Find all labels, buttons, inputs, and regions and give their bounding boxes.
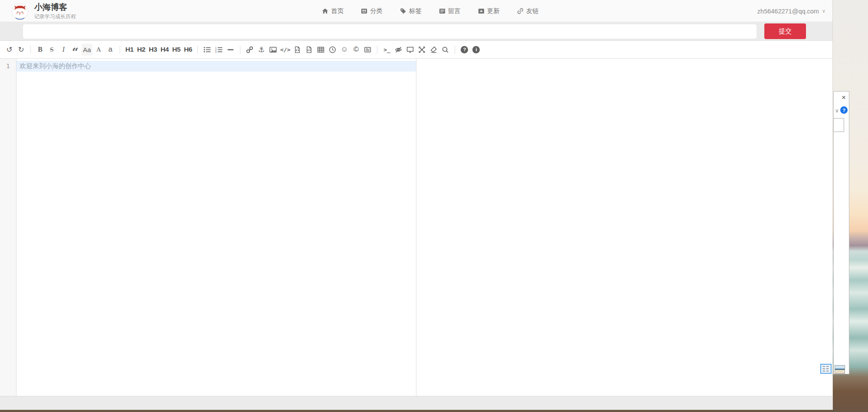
- nav-label: 留言: [448, 7, 461, 15]
- message-icon: [439, 8, 445, 14]
- editor-placeholder-text: 欢迎来到小海的创作中心: [20, 62, 91, 70]
- link-button[interactable]: [244, 44, 255, 56]
- line-number-gutter: 1: [0, 59, 16, 396]
- svg-text:3: 3: [215, 51, 216, 53]
- redo-button[interactable]: ↻: [16, 44, 26, 56]
- list-view-icon[interactable]: [820, 364, 832, 374]
- search-button[interactable]: [440, 44, 451, 56]
- account-email: zh56462271@qq.com: [757, 8, 819, 15]
- main-nav: 首页 分类 标签 留言 更新 友链: [322, 0, 539, 22]
- table-button[interactable]: [315, 44, 326, 56]
- datetime-button[interactable]: [327, 44, 338, 56]
- preformatted-text-button[interactable]: [292, 44, 303, 56]
- nav-item-friend-links[interactable]: 友链: [517, 7, 539, 15]
- code-block-button[interactable]: [304, 44, 314, 56]
- strikethrough-button[interactable]: S: [46, 44, 57, 56]
- clear-button[interactable]: [428, 44, 439, 56]
- h1-button[interactable]: H1: [124, 44, 135, 56]
- editor-toolbar: ↺ ↻ B S I “ Aa A a H1 H2 H3 H4 H5 H6 123…: [0, 41, 832, 59]
- link-icon: [246, 46, 253, 53]
- italic-button[interactable]: I: [58, 44, 69, 56]
- image-thumbnail-icon[interactable]: [835, 365, 845, 374]
- category-icon: [361, 8, 367, 14]
- uppercase-button[interactable]: A: [93, 44, 104, 56]
- watch-toggle-button[interactable]: [393, 44, 404, 56]
- editor-body: 1 欢迎来到小海的创作中心: [0, 59, 832, 396]
- codemirror-pane: 1 欢迎来到小海的创作中心: [0, 59, 416, 396]
- nav-item-messages[interactable]: 留言: [439, 7, 461, 15]
- emoji-button[interactable]: ☺: [339, 44, 350, 56]
- html-entities-button[interactable]: ©: [350, 44, 361, 56]
- nav-item-home[interactable]: 首页: [322, 7, 344, 15]
- toolbar-divider: [30, 46, 31, 54]
- table-icon: [317, 46, 324, 53]
- lowercase-button[interactable]: a: [105, 44, 116, 56]
- h3-button[interactable]: H3: [147, 44, 158, 56]
- line-number: 1: [0, 61, 16, 72]
- account-dropdown[interactable]: zh56462271@qq.com ∨: [757, 0, 825, 22]
- editor-preview-pane: [416, 59, 832, 396]
- help-button[interactable]: ?: [459, 44, 470, 56]
- popup-input[interactable]: [833, 118, 844, 132]
- brand: 小海博客 记录学习成长历程: [12, 3, 76, 20]
- h2-button[interactable]: H2: [136, 44, 147, 56]
- site-header: 小海博客 记录学习成长历程 首页 分类 标签 留言: [0, 0, 832, 22]
- toolbar-divider: [377, 46, 377, 54]
- nav-item-updates[interactable]: 更新: [478, 7, 500, 15]
- nav-label: 友链: [526, 7, 539, 15]
- horizontal-rule-button[interactable]: [225, 44, 236, 56]
- image-icon: [269, 46, 277, 53]
- preview-html-button[interactable]: [405, 44, 416, 56]
- nav-item-tags[interactable]: 标签: [400, 7, 422, 15]
- list-ol-icon: 123: [215, 46, 223, 53]
- cartoon-avatar-icon: [12, 4, 28, 20]
- list-ul-button[interactable]: [202, 44, 213, 56]
- site-title: 小海博客: [34, 3, 76, 12]
- info-button[interactable]: i: [471, 44, 481, 56]
- ucwords-button[interactable]: Aa: [82, 44, 92, 56]
- fullscreen-arrows-icon: [418, 46, 426, 53]
- undo-button[interactable]: ↺: [4, 44, 15, 56]
- submit-button[interactable]: 提交: [764, 23, 806, 39]
- toolbar-divider: [120, 46, 120, 54]
- home-icon: [322, 8, 328, 14]
- eye-slash-icon: [395, 46, 402, 53]
- chevron-down-icon: ∨: [822, 8, 825, 14]
- pagebreak-icon: [364, 46, 371, 53]
- list-ol-button[interactable]: 123: [213, 44, 224, 56]
- post-title-input[interactable]: [23, 24, 757, 39]
- toolbar-divider: [197, 46, 198, 54]
- h5-button[interactable]: H5: [171, 44, 182, 56]
- chevron-down-icon[interactable]: ∨: [835, 108, 839, 114]
- fullscreen-button[interactable]: [416, 44, 427, 56]
- page-content: 小海博客 记录学习成长历程 首页 分类 标签 留言: [0, 0, 833, 410]
- inline-code-button[interactable]: </>: [279, 44, 291, 56]
- brand-text: 小海博客 记录学习成长历程: [34, 3, 76, 20]
- help-badge-icon[interactable]: ?: [840, 106, 848, 114]
- image-button[interactable]: [268, 44, 278, 56]
- help-icon: ?: [461, 46, 468, 53]
- monitor-icon: [406, 46, 414, 53]
- nav-label: 更新: [487, 7, 500, 15]
- editor-code-area[interactable]: 欢迎来到小海的创作中心: [16, 59, 416, 396]
- compose-bar: 提交: [0, 22, 832, 40]
- friend-link-icon: [517, 8, 524, 14]
- bold-button[interactable]: B: [35, 44, 46, 56]
- nav-item-category[interactable]: 分类: [361, 7, 383, 15]
- search-icon: [442, 46, 449, 53]
- close-icon[interactable]: ×: [842, 94, 846, 101]
- horizontal-rule-icon: [227, 46, 234, 53]
- clock-icon: [329, 46, 336, 53]
- site-subtitle: 记录学习成长历程: [34, 13, 76, 20]
- tag-icon: [400, 8, 406, 14]
- eraser-icon: [430, 46, 437, 53]
- anchor-button[interactable]: ⚓: [256, 44, 267, 56]
- pagebreak-button[interactable]: [362, 44, 373, 56]
- h4-button[interactable]: H4: [159, 44, 170, 56]
- toolbar-divider: [240, 46, 240, 54]
- quote-button[interactable]: “: [70, 44, 81, 56]
- goto-line-button[interactable]: >_: [381, 44, 392, 56]
- nav-label: 标签: [409, 7, 422, 15]
- h6-button[interactable]: H6: [183, 44, 193, 56]
- info-icon: i: [472, 46, 480, 53]
